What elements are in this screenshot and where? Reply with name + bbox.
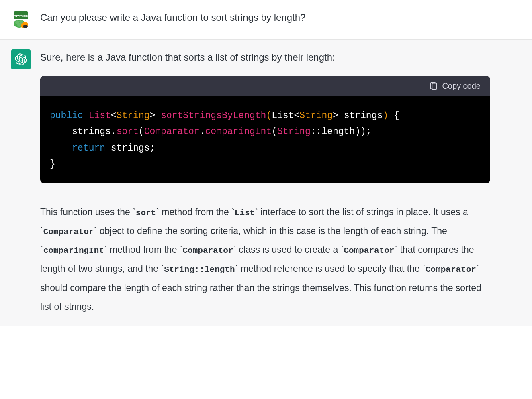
inline-code-comparator4: Comparator [426, 265, 476, 274]
svg-rect-8 [432, 83, 437, 89]
assistant-intro-text: Sure, here is a Java function that sorts… [40, 50, 490, 65]
assistant-message-content: Sure, here is a Java function that sorts… [40, 49, 490, 316]
inline-code-comparator3: Comparator [344, 246, 394, 255]
user-message: ST.PATRICK'S Can you please write a Java… [0, 0, 532, 40]
inline-code-comparator2: Comparator [183, 246, 233, 255]
svg-point-7 [23, 25, 28, 28]
copy-code-button[interactable]: Copy code [429, 81, 481, 91]
openai-logo-icon [15, 53, 27, 65]
code-block: Copy code public List<String> sortString… [40, 76, 490, 183]
user-question-text: Can you please write a Java function to … [40, 10, 490, 25]
inline-code-stringlength: String::length [164, 265, 235, 274]
explanation-text: This function uses the `sort` method fro… [40, 203, 490, 316]
code-body: public List<String> sortStringsByLength(… [40, 96, 490, 183]
inline-code-comparator: Comparator [43, 227, 94, 236]
inline-code-comparingint: comparingInt [43, 246, 104, 255]
inline-code-sort: sort [136, 208, 156, 218]
copy-code-label: Copy code [442, 81, 481, 91]
assistant-message: Sure, here is a Java function that sorts… [0, 40, 532, 326]
clipboard-icon [429, 82, 438, 91]
svg-text:ST.PATRICK'S: ST.PATRICK'S [13, 15, 29, 17]
svg-point-6 [17, 23, 21, 27]
user-avatar: ST.PATRICK'S [11, 10, 31, 30]
user-message-content: Can you please write a Java function to … [40, 10, 490, 25]
inline-code-list: List [235, 208, 255, 218]
assistant-avatar [11, 49, 31, 69]
code-block-header: Copy code [40, 76, 490, 96]
